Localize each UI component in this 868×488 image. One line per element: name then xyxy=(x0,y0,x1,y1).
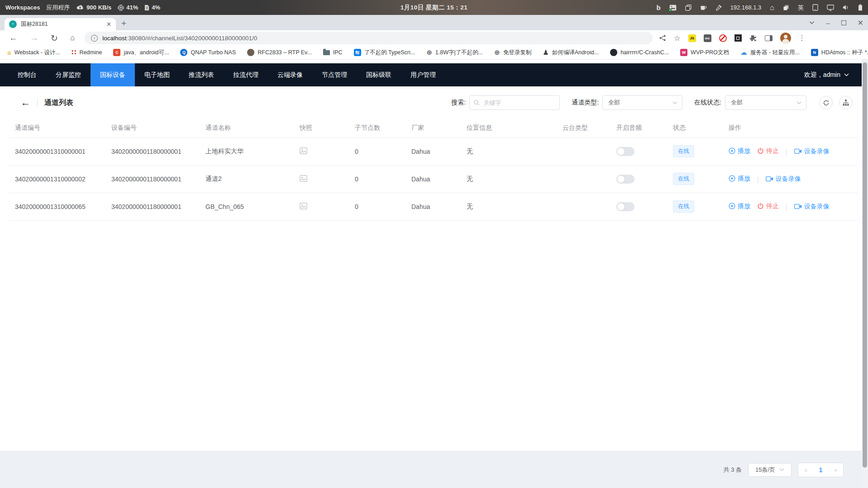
extension-badge-icon[interactable]: oo xyxy=(704,34,711,42)
window-minimize-button[interactable]: – xyxy=(826,19,830,27)
current-page-button[interactable]: 1 xyxy=(813,466,828,474)
cell-status: 在线 xyxy=(667,193,723,220)
snapshot-thumbnail-icon[interactable] xyxy=(300,175,307,182)
search-input[interactable] xyxy=(469,95,560,110)
color-picker-tray-icon[interactable] xyxy=(715,5,722,11)
volume-icon[interactable] xyxy=(843,5,849,10)
nav-item-9[interactable]: 用户管理 xyxy=(401,63,445,86)
device-tree-button[interactable] xyxy=(839,96,853,109)
battery-icon[interactable] xyxy=(858,4,863,11)
audio-toggle[interactable] xyxy=(616,147,634,156)
bookmark-item[interactable]: WWVP-PRO文档 xyxy=(680,49,729,57)
bookmark-item[interactable]: Cjava、android可... xyxy=(113,49,169,57)
workspaces-button[interactable]: Workspaces xyxy=(5,4,40,11)
js-extension-icon[interactable]: JS xyxy=(688,34,696,42)
bookmark-item[interactable]: ≡Webstack - 设计... xyxy=(7,49,60,57)
bookmark-item[interactable]: 知了不起的 TypeScri... xyxy=(354,49,415,57)
tab-close-icon[interactable]: ✕ xyxy=(106,21,111,28)
nav-item-6[interactable]: 云端录像 xyxy=(268,63,312,86)
audio-toggle[interactable] xyxy=(616,202,634,211)
bookmark-item[interactable]: ⊕1.8W字|了不起的... xyxy=(426,48,483,57)
stop-action-link[interactable]: 停止 xyxy=(757,147,779,155)
address-bar[interactable]: i localhost:38080/#/channelList/34020000… xyxy=(85,32,653,44)
audio-toggle[interactable] xyxy=(616,175,634,184)
page-back-button[interactable]: ← xyxy=(21,97,30,108)
share-icon[interactable] xyxy=(659,34,666,42)
stop-action-link[interactable]: 停止 xyxy=(757,202,779,210)
forward-button[interactable]: → xyxy=(30,33,38,43)
play-action-link[interactable]: 播放 xyxy=(729,202,750,210)
scrollbar-thumb[interactable] xyxy=(863,62,867,468)
window-maximize-button[interactable] xyxy=(841,20,846,25)
dark-extension-icon[interactable] xyxy=(734,34,742,42)
bookmark-favicon-icon: N xyxy=(811,49,818,56)
applications-button[interactable]: 应用程序 xyxy=(46,4,70,12)
browser-menu-icon[interactable]: ⋮ xyxy=(799,34,806,42)
bookmark-item[interactable]: IPC xyxy=(323,49,343,56)
snapshot-thumbnail-icon[interactable] xyxy=(300,147,307,154)
extensions-puzzle-icon[interactable] xyxy=(749,34,757,42)
cell-audio xyxy=(610,137,667,165)
caffeine-tray-icon[interactable] xyxy=(700,5,707,11)
refresh-button[interactable] xyxy=(819,96,833,109)
bookmark-item[interactable]: ♟如何编译Android... xyxy=(543,48,599,57)
bookmark-star-icon[interactable]: ☆ xyxy=(674,34,680,43)
bookmark-item[interactable]: RFC2833 – RTP Ev... xyxy=(247,49,312,56)
clipboard-tray-icon[interactable] xyxy=(685,5,692,11)
action-divider: | xyxy=(786,148,787,156)
site-info-icon[interactable]: i xyxy=(91,35,98,42)
bookmark-item[interactable]: QQNAP Turbo NAS xyxy=(180,49,236,56)
clock[interactable]: 1月10日 星期二 15：21 xyxy=(401,4,468,12)
new-tab-button[interactable]: + xyxy=(121,19,126,28)
browser-tab[interactable]: * 国标28181 ✕ xyxy=(5,18,116,30)
window-close-button[interactable]: ✕ xyxy=(858,19,863,27)
nav-item-5[interactable]: 拉流代理 xyxy=(224,63,268,86)
phone-link-icon[interactable] xyxy=(812,4,818,11)
nav-item-1[interactable]: 分屏监控 xyxy=(46,63,91,86)
side-panel-icon[interactable] xyxy=(765,35,773,41)
memory-indicator[interactable]: 4% xyxy=(144,4,160,11)
bookmark-item[interactable]: ∷Redmine xyxy=(72,48,102,57)
windows-tray-icon[interactable] xyxy=(783,5,789,11)
home-button[interactable]: ⌂ xyxy=(70,33,75,43)
nav-item-8[interactable]: 国标级联 xyxy=(357,63,401,86)
display-icon[interactable] xyxy=(827,5,834,11)
home-tray-icon[interactable]: ⌂ xyxy=(770,4,774,11)
bookmark-item[interactable]: ⊕免登录复制 xyxy=(494,48,531,57)
profile-avatar[interactable] xyxy=(780,33,791,43)
tab-search-chevron-icon[interactable] xyxy=(809,21,815,24)
memory-icon xyxy=(144,5,149,11)
cpu-indicator[interactable]: 41% xyxy=(118,4,138,11)
online-state-label: 在线状态: xyxy=(694,99,721,107)
prev-page-button[interactable]: ‹ xyxy=(798,466,813,474)
play-action-link[interactable]: 播放 xyxy=(729,147,750,155)
online-state-select[interactable]: 全部 xyxy=(725,95,806,110)
input-method-indicator[interactable]: 英 xyxy=(798,4,804,12)
play-icon xyxy=(729,175,735,182)
adblock-extension-icon[interactable] xyxy=(719,34,727,42)
nav-item-3[interactable]: 电子地图 xyxy=(135,63,179,86)
nav-item-0[interactable]: 控制台 xyxy=(8,63,46,86)
network-speed-indicator[interactable]: 900 KB/s xyxy=(76,4,111,11)
nav-item-7[interactable]: 节点管理 xyxy=(312,63,357,86)
bookmark-item[interactable]: ☁服务器 - 轻量应用... xyxy=(740,48,800,57)
user-menu[interactable]: 欢迎，admin xyxy=(804,71,862,79)
cell-channel-name: 上地科实大华 xyxy=(200,137,294,165)
screenshot-tray-icon[interactable] xyxy=(669,5,677,11)
bookmark-item[interactable]: hairrrrr/C-CrashC... xyxy=(610,49,669,56)
ip-address-indicator[interactable]: 192.168.1.3 xyxy=(730,4,762,11)
channel-type-select[interactable]: 全部 xyxy=(602,95,682,110)
back-button[interactable]: ← xyxy=(9,33,18,43)
next-page-button[interactable]: › xyxy=(828,466,843,474)
record-action-link[interactable]: 设备录像 xyxy=(794,203,830,211)
reload-button[interactable]: ↻ xyxy=(51,33,58,43)
play-action-link[interactable]: 播放 xyxy=(729,175,750,183)
page-size-select[interactable]: 15条/页 xyxy=(748,463,792,477)
nav-item-4[interactable]: 推流列表 xyxy=(179,63,224,86)
record-action-link[interactable]: 设备录像 xyxy=(794,147,830,156)
bing-tray-icon[interactable]: b xyxy=(656,4,660,11)
snapshot-thumbnail-icon[interactable] xyxy=(300,203,307,209)
bookmark-item[interactable]: NHDAtmos :: 种子 *... xyxy=(811,49,868,57)
record-action-link[interactable]: 设备录像 xyxy=(766,175,801,183)
nav-item-2[interactable]: 国标设备 xyxy=(91,63,135,86)
